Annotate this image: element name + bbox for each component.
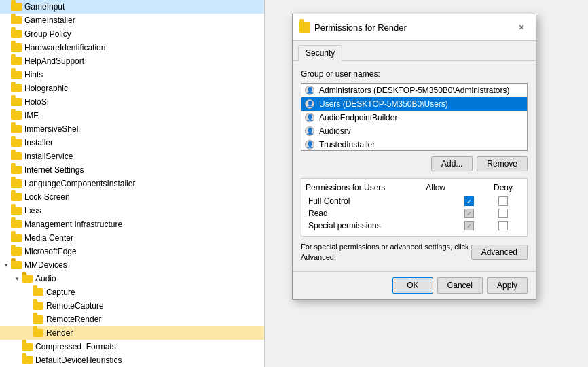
chevron-icon: [3, 180, 10, 187]
permission-name: Special permissions: [308, 221, 452, 230]
tree-item-label: HelpAndSupport: [24, 56, 84, 66]
user-label: AudioEndpointBuilder: [319, 113, 397, 122]
tree-item[interactable]: Compressed_Formats: [0, 340, 264, 353]
chevron-icon: [14, 343, 20, 350]
folder-title-icon: [299, 22, 310, 33]
allow-checkbox[interactable]: [464, 209, 474, 218]
chevron-icon: [3, 17, 10, 24]
folder-icon: [22, 355, 33, 366]
tree-item[interactable]: GameInstaller: [0, 14, 264, 27]
chevron-icon: [3, 126, 10, 133]
tree-item[interactable]: Media Center: [0, 231, 264, 245]
add-button[interactable]: Add...: [431, 156, 473, 171]
tree-item[interactable]: ▾MMDevices: [0, 258, 264, 272]
ok-button[interactable]: OK: [392, 277, 433, 294]
folder-icon: [11, 178, 22, 189]
deny-checkbox-cell: [486, 196, 520, 206]
tree-item[interactable]: Group Policy: [0, 27, 264, 41]
user-icon: 👤: [304, 126, 315, 137]
chevron-icon: [24, 289, 31, 296]
tree-item[interactable]: LanguageComponentsInstaller: [0, 177, 264, 190]
tree-item[interactable]: HelpAndSupport: [0, 54, 264, 68]
chevron-icon: [3, 3, 10, 10]
user-item[interactable]: 👤TrustedInstaller: [301, 138, 527, 151]
file-tree[interactable]: GameInputGameInstallerGroup PolicyHardwa…: [0, 0, 265, 367]
user-item[interactable]: 👤AudioEndpointBuilder: [301, 111, 527, 124]
user-label: TrustedInstaller: [319, 140, 375, 150]
folder-icon: [11, 205, 22, 216]
tree-item[interactable]: RemoteRender: [0, 313, 264, 326]
permission-row: Full Control: [306, 195, 523, 207]
tree-item-label: MMDevices: [24, 260, 67, 270]
tree-item[interactable]: HoloSI: [0, 95, 264, 109]
tree-item[interactable]: Hints: [0, 68, 264, 82]
user-item[interactable]: 👤Audiosrv: [301, 124, 527, 138]
allow-checkbox[interactable]: [464, 221, 474, 230]
user-label: Users (DESKTOP-5M350B0\Users): [319, 99, 448, 109]
folder-icon: [33, 300, 43, 311]
deny-checkbox[interactable]: [498, 209, 508, 218]
remove-button[interactable]: Remove: [477, 156, 528, 171]
tree-item[interactable]: Internet Settings: [0, 163, 264, 177]
tree-item[interactable]: DefaultDeviceHeuristics: [0, 353, 264, 367]
tree-item[interactable]: Render: [0, 326, 264, 340]
permissions-section: Permissions for Users Allow Deny Full Co…: [301, 178, 528, 237]
tree-item[interactable]: GameInput: [0, 0, 264, 14]
dialog-tabs: Security: [293, 41, 536, 61]
folder-icon: [11, 124, 22, 135]
folder-icon: [11, 260, 22, 270]
tab-security[interactable]: Security: [298, 45, 342, 61]
tree-item-label: GameInput: [24, 2, 65, 12]
deny-checkbox[interactable]: [498, 221, 508, 230]
tree-item-label: HardwareIdentification: [24, 43, 105, 52]
tree-item[interactable]: InstallService: [0, 150, 264, 163]
tree-item[interactable]: RemoteCapture: [0, 299, 264, 313]
close-button[interactable]: ×: [514, 20, 529, 35]
tree-item-label: LanguageComponentsInstaller: [24, 179, 135, 188]
folder-icon: [11, 42, 22, 53]
tree-item[interactable]: Lock Screen: [0, 190, 264, 204]
tree-item[interactable]: Capture: [0, 285, 264, 299]
folder-icon: [33, 328, 43, 338]
tree-item[interactable]: ▾Audio: [0, 272, 264, 285]
tree-item-label: Render: [46, 328, 73, 338]
permissions-dialog: Permissions for Render × Security Group …: [292, 14, 536, 300]
chevron-icon: [14, 357, 20, 364]
advanced-text: For special permissions or advanced sett…: [301, 242, 471, 263]
advanced-button[interactable]: Advanced: [471, 245, 528, 260]
tree-item[interactable]: IME: [0, 109, 264, 122]
user-item[interactable]: 👤Administrators (DESKTOP-5M350B0\Adminis…: [301, 84, 527, 97]
user-icon: 👤: [304, 139, 315, 150]
chevron-icon: [24, 330, 31, 336]
advanced-row: For special permissions or advanced sett…: [301, 242, 528, 263]
chevron-icon: ▾: [3, 262, 10, 268]
user-item[interactable]: 👤Users (DESKTOP-5M350B0\Users): [301, 97, 527, 111]
tree-item[interactable]: HardwareIdentification: [0, 41, 264, 54]
permission-row: Read: [306, 207, 523, 220]
cancel-button[interactable]: Cancel: [437, 277, 483, 294]
chevron-icon: [3, 234, 10, 241]
deny-checkbox[interactable]: [498, 196, 508, 206]
folder-icon: [11, 232, 22, 243]
chevron-icon: ▾: [14, 275, 20, 282]
chevron-icon: [3, 221, 10, 228]
tree-item-label: IME: [24, 111, 39, 120]
deny-checkbox-cell: [486, 209, 520, 218]
allow-checkbox-cell: [452, 196, 486, 206]
user-icon: 👤: [304, 85, 315, 96]
dialog-title: Permissions for Render: [314, 22, 407, 33]
folder-icon: [11, 15, 22, 26]
folder-icon: [11, 110, 22, 121]
tree-item-label: Holographic: [24, 84, 68, 93]
tree-item[interactable]: Management Infrastructure: [0, 217, 264, 231]
tree-item[interactable]: Installer: [0, 136, 264, 150]
tree-item[interactable]: Holographic: [0, 82, 264, 95]
tree-item[interactable]: Lxss: [0, 204, 264, 217]
group-label: Group or user names:: [301, 69, 528, 79]
allow-checkbox[interactable]: [464, 196, 474, 206]
tree-item-label: RemoteCapture: [46, 301, 104, 311]
tree-item[interactable]: MicrosoftEdge: [0, 245, 264, 258]
users-listbox[interactable]: 👤Administrators (DESKTOP-5M350B0\Adminis…: [301, 83, 528, 151]
tree-item[interactable]: ImmersiveShell: [0, 122, 264, 136]
apply-button[interactable]: Apply: [487, 277, 528, 294]
